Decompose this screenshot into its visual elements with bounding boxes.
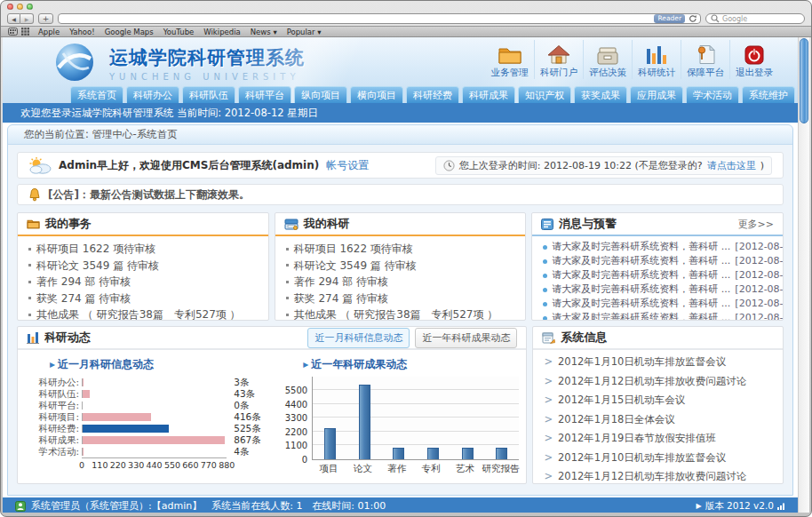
version-text: 版本 2012 v2.0 [705,500,774,513]
new-tab-button[interactable]: + [38,13,53,24]
message-item[interactable]: 请大家及时完善科研系统资料，善科研 ...[2012-08-12] [543,311,772,321]
research-item[interactable]: 其他成果 （ 研究报告38篇 专利527项 ） [286,306,515,321]
monthly-info-button[interactable]: 近一月科研信息动态 [307,328,410,348]
minimize-window-button[interactable] [17,4,23,10]
bullet-icon [543,274,547,278]
address-bar[interactable]: Reader [58,13,701,24]
message-item[interactable]: 请大家及时完善科研系统资料，善科研 ...[2012-08-12] [543,254,772,268]
sysinfo-item[interactable]: >2012年1月19日春节放假安排值班 [544,429,772,449]
quick-menu-business[interactable]: 业务管理 [485,40,534,79]
research-item[interactable]: 科研论文 3549 篇 待审核 [286,258,515,274]
hbar-value-label: 0条 [227,400,266,412]
quick-menu-logout[interactable]: 退出登录 [729,40,778,79]
task-item[interactable]: 科研论文 3549 篇 待审核 [28,258,258,274]
bookmark-item[interactable]: Apple [38,28,60,36]
scrollbar[interactable] [798,37,809,513]
back-button[interactable]: ◀ [7,13,20,24]
message-item[interactable]: 请大家及时完善科研系统资料，善科研 ...[2012-08-12] [543,268,772,282]
quick-menu-statistics[interactable]: 科研统计 [632,40,681,79]
vbar-bar [496,448,507,459]
bookmark-item[interactable]: YouTube [163,28,195,36]
vbar-tick-label: 2200 [285,427,307,437]
scrollbar-thumb[interactable] [800,38,808,123]
sysinfo-item[interactable]: >2012年1月10日机动车排放监督会议 [544,449,772,468]
panel-title: 消息与预警 [559,216,617,232]
sysinfo-item[interactable]: >2012年1月10日机动车排放监督会议 [544,353,772,372]
nav-tab[interactable]: 学术活动 [686,86,739,103]
bullet-icon [543,316,547,321]
bookmarks-grid-icon[interactable] [21,28,29,36]
nav-tab[interactable]: 科研队伍 [182,86,235,103]
sysinfo-item[interactable]: >2012年1月15日机动车会议 [544,391,772,410]
top-sites-icon[interactable] [8,28,18,36]
bookmark-item[interactable]: Popular ▾ [287,28,322,36]
browser-search-field[interactable]: Google [705,13,805,24]
bullet-icon [286,281,289,283]
quick-menu-support[interactable]: 保障平台 [681,40,729,79]
account-settings-link[interactable]: 帐号设置 [326,158,369,173]
quick-menu-portal[interactable]: 科研门户 [534,40,583,79]
research-item[interactable]: 科研项目 1622 项待审核 [286,241,515,258]
nav-tab[interactable]: 科研平台 [238,86,291,103]
research-item[interactable]: 著作 294 部 待审核 [286,274,515,290]
hbar-bar [83,378,84,386]
brand: 运城学院科研管理系统 YUNCHENG UNIVERSITY [109,45,305,82]
hbar-category-label: 科研经费: [25,423,82,435]
more-link[interactable]: 更多>> [738,218,774,231]
nav-tab[interactable]: 纵向项目 [294,86,347,103]
hbar-row: 科研队伍:43条 [25,388,266,400]
nav-tab[interactable]: 系统首页 [70,86,123,103]
task-item[interactable]: 著作 294 部 待审核 [28,274,258,290]
bookmark-item[interactable]: Google Maps [105,28,154,36]
research-item[interactable]: 获奖 274 篇 待审核 [286,290,515,307]
quick-menu-evaluation[interactable]: 评估决策 [583,40,632,79]
not-you-link[interactable]: 请点击这里 [707,159,756,172]
hbar-track [82,378,227,386]
forward-button[interactable]: ▶ [20,13,34,24]
bookmark-list: AppleYahoo!Google MapsYouTubeWikipediaNe… [38,28,322,36]
reader-button[interactable]: Reader [654,14,685,23]
hbar-plot: 科研办公:3条科研队伍:43条科研平台:0条科研项目:416条科研经费:525条… [25,377,266,457]
nav-tab[interactable]: 应用成果 [630,86,683,103]
hbar-value-label: 525条 [227,423,266,435]
nav-tab[interactable]: 科研经费 [406,86,459,103]
folder-icon [498,42,522,65]
hbar-tick-label: 440 [147,460,163,470]
nav-tab[interactable]: 横向项目 [350,86,403,103]
hbar-bar [83,448,84,456]
hbar-track [82,402,227,410]
bullet-icon [286,248,289,251]
nav-tab[interactable]: 获奖成果 [574,86,627,103]
message-item[interactable]: 请大家及时完善科研系统资料，善科研 ...[2012-08-12] [543,282,772,297]
yearly-results-button[interactable]: 近一年科研成果动态 [415,328,517,348]
sysinfo-item[interactable]: >2012年1月12日机动车排放收费问题讨论 [544,467,772,484]
nav-tab[interactable]: 知识产权 [518,86,571,103]
close-window-button[interactable] [7,4,13,10]
task-item[interactable]: 其他成果 （ 研究报告38篇 专利527项 ） [28,306,258,321]
nav-tab[interactable]: 科研办公 [126,86,179,103]
sysinfo-item[interactable]: >2012年1月12日机动车排放收费问题讨论 [544,372,772,392]
zoom-window-button[interactable] [27,4,33,10]
task-item[interactable]: 获奖 274 篇 待审核 [28,290,258,307]
hbar-row: 科研办公:3条 [25,377,266,388]
hbar-category-label: 科研项目: [25,411,82,424]
nav-tab[interactable]: 科研成果 [462,86,515,103]
message-item[interactable]: 请大家及时完善科研系统资料，善科研 ...[2012-08-12] [543,297,772,311]
bookmark-item[interactable]: Wikipedia [203,28,240,36]
nav-tab[interactable]: 系统维护 [742,86,795,103]
panel-messages: 消息与预警 更多>> 请大家及时完善科研系统资料，善科研 ...[2012-08… [531,212,784,321]
bookmark-item[interactable]: News ▾ [251,28,277,36]
hbar-axis: 0110220330440550660770880 [25,457,266,471]
hbar-row: 科研项目:416条 [25,411,266,423]
task-item[interactable]: 科研项目 1622 项待审核 [28,241,258,258]
panel-research-dynamics: 科研动态 近一月科研信息动态 近一年科研成果动态 ▸近一月科研信息动态 科研办公… [17,326,527,484]
sysinfo-item[interactable]: >2012年1月18日全体会议 [544,410,772,430]
hbar-track [82,413,227,421]
bookmark-item[interactable]: Yahoo! [69,28,94,36]
hbar-tick-label: 880 [219,460,235,470]
reload-icon[interactable] [689,14,697,23]
message-item[interactable]: 请大家及时完善科研系统资料，善科研 ...[2012-08-12] [543,240,772,254]
chevron-right-icon: > [544,355,553,368]
panel-system-info: 系统信息 >2012年1月10日机动车排放监督会议>2012年1月12日机动车排… [532,326,784,484]
vbar-x-axis: 项目论文著作专利艺术研究报告 [312,463,519,475]
